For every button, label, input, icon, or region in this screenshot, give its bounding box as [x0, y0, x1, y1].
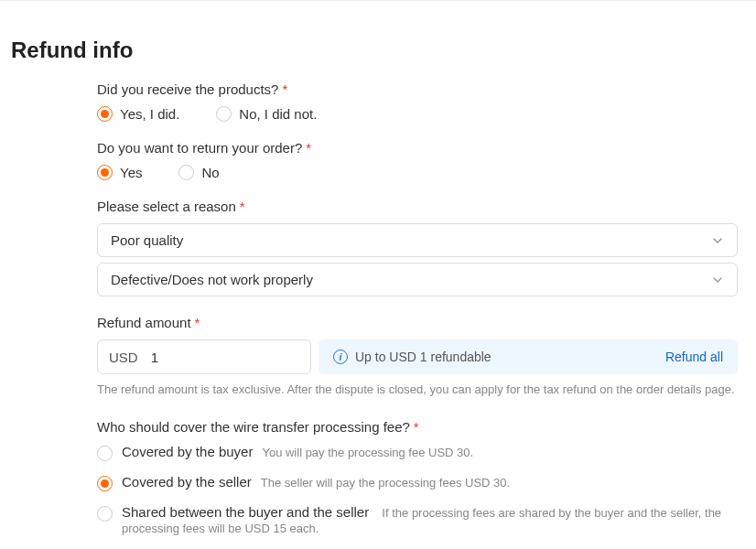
radio-icon	[97, 476, 113, 491]
radio-fee-buyer[interactable]: Covered by the buyer You will pay the pr…	[97, 444, 738, 461]
label-text: Did you receive the products?	[97, 81, 278, 97]
fee-option-title: Shared between the buyer and the seller	[122, 504, 369, 520]
refund-all-link[interactable]: Refund all	[665, 350, 723, 364]
radio-fee-seller[interactable]: Covered by the seller The seller will pa…	[97, 474, 738, 491]
fee-option-desc: You will pay the processing fee USD 30.	[262, 446, 473, 459]
question-fee: Who should cover the wire transfer proce…	[97, 419, 738, 535]
info-icon: i	[333, 350, 348, 364]
select-value: Defective/Does not work properly	[111, 272, 313, 287]
label-text: Refund amount	[97, 315, 191, 330]
required-asterisk: *	[306, 140, 311, 156]
label-text: Who should cover the wire transfer proce…	[97, 419, 410, 435]
refund-amount-input[interactable]	[151, 350, 299, 365]
select-value: Poor quality	[111, 232, 183, 248]
refund-amount-field[interactable]: USD	[97, 339, 311, 374]
radio-return-no[interactable]: No	[178, 165, 219, 180]
radio-icon	[178, 165, 194, 180]
fee-option-desc: The seller will pay the processing fees …	[261, 476, 510, 490]
required-asterisk: *	[240, 199, 245, 214]
page-title: Refund info	[11, 38, 745, 63]
radio-fee-shared[interactable]: Shared between the buyer and the seller …	[97, 504, 738, 535]
question-return-label: Do you want to return your order?*	[97, 140, 738, 156]
radio-return-yes[interactable]: Yes	[97, 165, 142, 180]
radio-received-yes[interactable]: Yes, I did.	[97, 106, 179, 122]
radio-icon	[97, 106, 113, 122]
question-reason-label: Please select a reason*	[97, 199, 738, 214]
question-amount-label: Refund amount*	[97, 315, 738, 330]
radio-icon	[97, 446, 113, 461]
chevron-down-icon	[711, 274, 724, 286]
radio-icon	[97, 165, 113, 180]
select-reason-primary[interactable]: Poor quality	[97, 223, 738, 257]
required-asterisk: *	[282, 81, 287, 97]
chevron-down-icon	[711, 234, 724, 247]
radio-label: No	[201, 165, 219, 180]
question-received: Did you receive the products?* Yes, I di…	[97, 81, 738, 122]
radio-icon	[97, 506, 113, 522]
required-asterisk: *	[414, 419, 419, 435]
question-fee-label: Who should cover the wire transfer proce…	[97, 419, 738, 435]
question-return: Do you want to return your order?* Yes N…	[97, 140, 738, 180]
refundable-info-bar: i Up to USD 1 refundable Refund all	[319, 339, 738, 374]
radio-label: No, I did not.	[239, 106, 317, 122]
required-asterisk: *	[195, 315, 200, 330]
select-reason-secondary[interactable]: Defective/Does not work properly	[97, 263, 738, 296]
question-amount: Refund amount* USD i Up to USD 1 refunda…	[97, 315, 738, 399]
refundable-text: Up to USD 1 refundable	[355, 350, 491, 364]
currency-label: USD	[109, 350, 138, 365]
radio-label: Yes	[120, 165, 142, 180]
question-received-label: Did you receive the products?*	[97, 81, 738, 97]
label-text: Please select a reason	[97, 199, 236, 214]
question-reason: Please select a reason* Poor quality Def…	[97, 199, 738, 296]
amount-help-text: The refund amount is tax exclusive. Afte…	[97, 382, 738, 399]
fee-option-title: Covered by the buyer	[122, 444, 253, 459]
label-text: Do you want to return your order?	[97, 140, 302, 156]
radio-received-no[interactable]: No, I did not.	[216, 106, 317, 122]
radio-label: Yes, I did.	[120, 106, 179, 122]
radio-icon	[216, 106, 232, 122]
fee-option-title: Covered by the seller	[122, 474, 252, 490]
